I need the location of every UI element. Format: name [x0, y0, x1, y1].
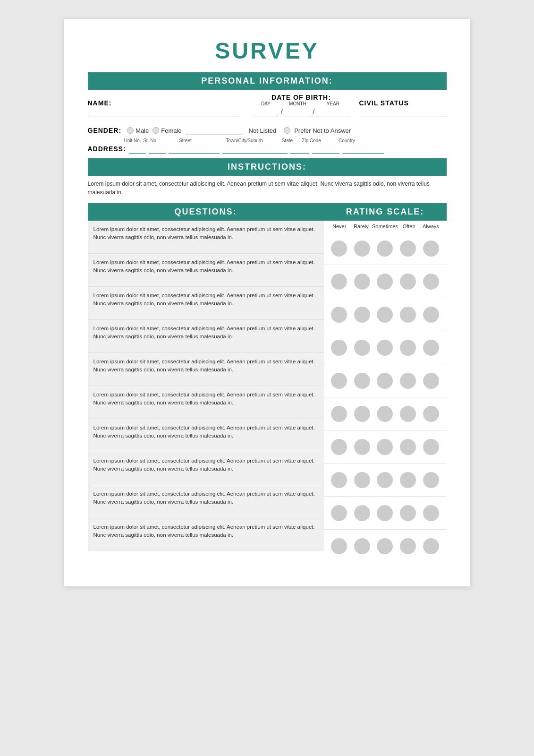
rating-circle-q10-4[interactable] [400, 538, 416, 554]
name-block: NAME: [88, 99, 239, 117]
prefer-not-label: Prefer Not to Answer [294, 127, 351, 134]
rating-circle-q5-1[interactable] [331, 373, 347, 389]
rating-circle-q7-2[interactable] [354, 439, 370, 455]
rating-row-6 [324, 397, 447, 430]
dob-day-label: DAY [261, 101, 271, 106]
rating-circle-q3-3[interactable] [377, 307, 393, 323]
gender-label: GENDER: [88, 127, 122, 134]
rating-row-5 [324, 364, 447, 397]
rating-circle-q4-2[interactable] [354, 340, 370, 356]
instructions-text: Lorem ipsum dolor sit amet, consectetur … [88, 176, 447, 197]
rating-circle-q1-4[interactable] [400, 241, 416, 257]
question-item-4: Lorem ipsum dolor sit amet, consectetur … [88, 320, 324, 353]
rating-circle-q9-2[interactable] [354, 505, 370, 521]
rating-circle-q9-1[interactable] [331, 505, 347, 521]
addr-state-input[interactable] [290, 144, 309, 154]
rating-scale-header: RATING SCALE: [324, 203, 447, 221]
rating-circle-q5-4[interactable] [400, 373, 416, 389]
rating-circle-q3-4[interactable] [400, 307, 416, 323]
questions-column: QUESTIONS: Lorem ipsum dolor sit amet, c… [88, 203, 324, 563]
rating-label-often: Often [398, 223, 420, 229]
rating-circle-q10-5[interactable] [423, 538, 439, 554]
rating-circle-q10-3[interactable] [377, 538, 393, 554]
rating-circle-q1-5[interactable] [423, 241, 439, 257]
addr-country-label: Country [326, 138, 368, 143]
dob-day-input[interactable] [253, 107, 279, 117]
rating-circle-q5-3[interactable] [377, 373, 393, 389]
addr-street-input[interactable] [169, 144, 220, 154]
rating-circle-q9-4[interactable] [400, 505, 416, 521]
rating-circle-q5-2[interactable] [354, 373, 370, 389]
rating-circle-q6-4[interactable] [400, 406, 416, 422]
rating-circle-q2-3[interactable] [377, 274, 393, 290]
prefer-not-radio[interactable] [284, 127, 290, 134]
gender-male-group: Male [127, 127, 149, 134]
addr-country-input[interactable] [342, 144, 384, 154]
gender-female-radio[interactable] [153, 127, 159, 134]
rating-circle-q1-2[interactable] [354, 241, 370, 257]
personal-info-header: PERSONAL INFORMATION: [88, 72, 447, 90]
survey-page: SURVEY PERSONAL INFORMATION: NAME: DATE … [64, 19, 470, 586]
rating-circle-q4-4[interactable] [400, 340, 416, 356]
question-item-6: Lorem ipsum dolor sit amet, consectetur … [88, 386, 324, 419]
rating-circle-q5-5[interactable] [423, 373, 439, 389]
rating-circle-q3-2[interactable] [354, 307, 370, 323]
rating-circle-q2-1[interactable] [331, 274, 347, 290]
dob-year-block: YEAR [316, 101, 349, 117]
gender-other-input[interactable] [186, 126, 242, 135]
addr-street-label: Street [160, 138, 212, 143]
dob-day-block: DAY [253, 101, 279, 117]
name-input[interactable] [88, 107, 239, 117]
rating-circle-q2-2[interactable] [354, 274, 370, 290]
rating-circle-q2-4[interactable] [400, 274, 416, 290]
rating-scale-labels-row: Never Rarely Sometimes Often Always [324, 221, 447, 232]
rating-circle-q3-5[interactable] [423, 307, 439, 323]
rating-circle-q8-5[interactable] [423, 472, 439, 488]
gender-male-radio[interactable] [127, 127, 134, 134]
addr-city-input[interactable] [222, 144, 288, 154]
rating-circle-q4-3[interactable] [377, 340, 393, 356]
name-dob-row: NAME: DATE OF BIRTH: DAY / MONTH / [88, 90, 447, 119]
rating-row-1 [324, 232, 447, 265]
instructions-section: INSTRUCTIONS: Lorem ipsum dolor sit amet… [88, 158, 447, 197]
rating-circle-q1-1[interactable] [331, 241, 347, 257]
rating-circle-q4-1[interactable] [331, 340, 347, 356]
dob-month-input[interactable] [285, 107, 311, 117]
rating-circle-q6-5[interactable] [423, 406, 439, 422]
ratings-list [324, 232, 447, 563]
questions-header: QUESTIONS: [88, 203, 324, 221]
rating-circle-q3-1[interactable] [331, 307, 347, 323]
addr-unit-input[interactable] [129, 144, 146, 154]
rating-circle-q8-1[interactable] [331, 472, 347, 488]
question-item-8: Lorem ipsum dolor sit amet, consectetur … [88, 452, 324, 485]
rating-circle-q10-1[interactable] [331, 538, 347, 554]
dob-month-label: MONTH [289, 101, 306, 106]
rating-circle-q8-3[interactable] [377, 472, 393, 488]
civil-status-input[interactable] [359, 107, 446, 117]
rating-circle-q6-3[interactable] [377, 406, 393, 422]
rating-circle-q9-3[interactable] [377, 505, 393, 521]
question-item-10: Lorem ipsum dolor sit amet, consectetur … [88, 518, 324, 551]
dob-year-input[interactable] [316, 107, 349, 117]
rating-circle-q6-2[interactable] [354, 406, 370, 422]
rating-circle-q9-5[interactable] [423, 505, 439, 521]
rating-circle-q7-5[interactable] [423, 439, 439, 455]
rating-circle-q2-5[interactable] [423, 274, 439, 290]
addr-stno-input[interactable] [149, 144, 166, 154]
rating-circle-q7-4[interactable] [400, 439, 416, 455]
dob-fields-row: DAY / MONTH / YEAR [253, 101, 350, 117]
rating-circle-q7-1[interactable] [331, 439, 347, 455]
rating-circle-q1-3[interactable] [377, 241, 393, 257]
rating-circle-q10-2[interactable] [354, 538, 370, 554]
not-listed-label: Not Listed [249, 127, 277, 134]
survey-title: SURVEY [88, 38, 447, 64]
rating-label-always: Always [420, 223, 441, 229]
rating-circle-q8-2[interactable] [354, 472, 370, 488]
address-label: ADDRESS: [88, 145, 126, 154]
addr-zip-input[interactable] [312, 144, 339, 154]
rating-row-4 [324, 331, 447, 364]
rating-circle-q8-4[interactable] [400, 472, 416, 488]
rating-circle-q7-3[interactable] [377, 439, 393, 455]
rating-circle-q6-1[interactable] [331, 406, 347, 422]
rating-circle-q4-5[interactable] [423, 340, 439, 356]
